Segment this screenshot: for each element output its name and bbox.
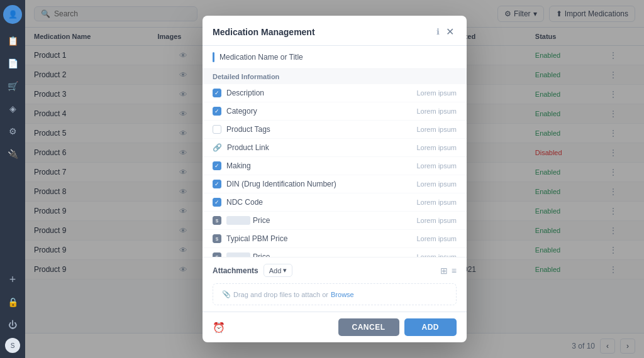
modal-body: Medication Name or Title Detailed Inform… (203, 46, 467, 257)
field-row: ✓ Making Lorem ipsum (203, 157, 467, 175)
field-row: $ ████ Price Lorem ipsum (203, 212, 467, 230)
sidebar-icon-document[interactable]: 📄 (3, 54, 22, 73)
browse-link[interactable]: Browse (331, 291, 354, 298)
field-row: ✓ NDC Code Lorem ipsum (203, 193, 467, 212)
field-name: ████ Price (226, 252, 411, 257)
checkbox-checked[interactable]: ✓ (213, 161, 221, 170)
field-row: ✓ Description Lorem ipsum (203, 84, 467, 102)
main-content: 🔍 ⚙ Filter ▾ ⬆ Import Medications Medica… (25, 0, 644, 358)
sidebar-icon-lock[interactable]: 🔒 (3, 293, 22, 312)
clock-icon[interactable]: ⏰ (213, 322, 225, 334)
paperclip-icon: 📎 (222, 290, 231, 298)
chevron-down-icon: ▾ (283, 266, 287, 274)
drag-text: Drag and drop files to attach or (233, 291, 328, 298)
modal-fields: ✓ Description Lorem ipsum ✓ Category Lor… (203, 84, 467, 257)
field-value: Lorem ipsum (416, 107, 457, 115)
field-name: ████ Price (226, 216, 411, 225)
drop-zone[interactable]: 📎 Drag and drop files to attach or Brows… (213, 283, 457, 305)
attachments-row: Attachments Add ▾ ⊞ ≡ (203, 257, 467, 281)
sidebar-icon-gear[interactable]: ⚙ (3, 122, 22, 141)
field-name: Description (226, 89, 411, 97)
field-name: Typical PBM Price (226, 234, 411, 243)
dollar-icon: $ (213, 252, 221, 257)
field-name: Category (226, 107, 411, 116)
checkbox-checked[interactable]: ✓ (213, 107, 221, 116)
dollar-icon: $ (213, 216, 221, 225)
checkbox-checked[interactable]: ✓ (213, 180, 221, 188)
field-name: Making (226, 161, 411, 170)
sidebar-icon-add[interactable]: + (3, 270, 22, 289)
sidebar-icon-user[interactable]: 📋 (3, 31, 22, 50)
field-row: ✓ DIN (Drug Identification Number) Lorem… (203, 175, 467, 193)
field-value: Lorem ipsum (416, 89, 457, 97)
checkbox-empty[interactable] (213, 125, 221, 134)
field-value: Lorem ipsum (416, 235, 457, 242)
field-name: NDC Code (226, 198, 411, 207)
field-name: DIN (Drug Identification Number) (226, 180, 411, 188)
field-row: $ Typical PBM Price Lorem ipsum (203, 230, 467, 248)
field-name: Product Tags (226, 125, 411, 134)
info-icon: ℹ (436, 27, 440, 36)
add-attachment-button[interactable]: Add ▾ (264, 264, 293, 277)
sidebar: 👤 📋 📄 🛒 ◈ ⚙ 🔌 + 🔒 ⏻ S (0, 0, 25, 358)
user-avatar[interactable]: 👤 (3, 5, 22, 24)
field-name: Product Link (227, 143, 411, 152)
link-icon: 🔗 (213, 143, 222, 152)
sidebar-icon-plugin[interactable]: 🔌 (3, 144, 22, 163)
dollar-icon: $ (213, 234, 221, 243)
section-header: Detailed Information (203, 69, 467, 84)
modal-title: Medication Management (213, 27, 433, 37)
field-row: 🔗 Product Link Lorem ipsum (203, 139, 467, 157)
attachments-label: Attachments (213, 266, 258, 275)
field-value: Lorem ipsum (416, 126, 457, 133)
blurred-text: ████ (226, 252, 250, 257)
checkbox-checked[interactable]: ✓ (213, 198, 221, 207)
sidebar-icon-power[interactable]: ⏻ (3, 315, 22, 334)
modal-header: Medication Management ℹ ✕ (203, 16, 467, 46)
medication-modal: Medication Management ℹ ✕ Medication Nam… (203, 16, 467, 342)
list-view-icon[interactable]: ≡ (452, 266, 457, 276)
checkbox-checked[interactable]: ✓ (213, 89, 221, 97)
field-row: Product Tags Lorem ipsum (203, 121, 467, 139)
med-name-label: Medication Name or Title (219, 53, 303, 62)
blurred-text: ████ (226, 216, 250, 225)
field-value: Lorem ipsum (416, 180, 457, 188)
add-button[interactable]: ADD (404, 318, 457, 336)
modal-footer: ⏰ CANCEL ADD (203, 312, 467, 342)
modal-overlay: Medication Management ℹ ✕ Medication Nam… (25, 0, 644, 358)
close-button[interactable]: ✕ (443, 24, 457, 39)
field-value: Lorem ipsum (416, 162, 457, 170)
sidebar-icon-cart[interactable]: 🛒 (3, 77, 22, 95)
field-value: Lorem ipsum (416, 144, 457, 151)
name-bar-indicator (213, 52, 214, 62)
field-value: Lorem ipsum (416, 198, 457, 206)
sidebar-icon-dollar[interactable]: S (5, 338, 20, 353)
cancel-button[interactable]: CANCEL (338, 318, 399, 336)
grid-view-icon[interactable]: ⊞ (440, 266, 448, 276)
field-row: $ ████ Price Lorem ipsum (203, 248, 467, 257)
field-value: Lorem ipsum (416, 217, 457, 224)
med-name-row: Medication Name or Title (203, 46, 467, 69)
field-row: ✓ Category Lorem ipsum (203, 102, 467, 121)
sidebar-icon-layers[interactable]: ◈ (3, 99, 22, 118)
